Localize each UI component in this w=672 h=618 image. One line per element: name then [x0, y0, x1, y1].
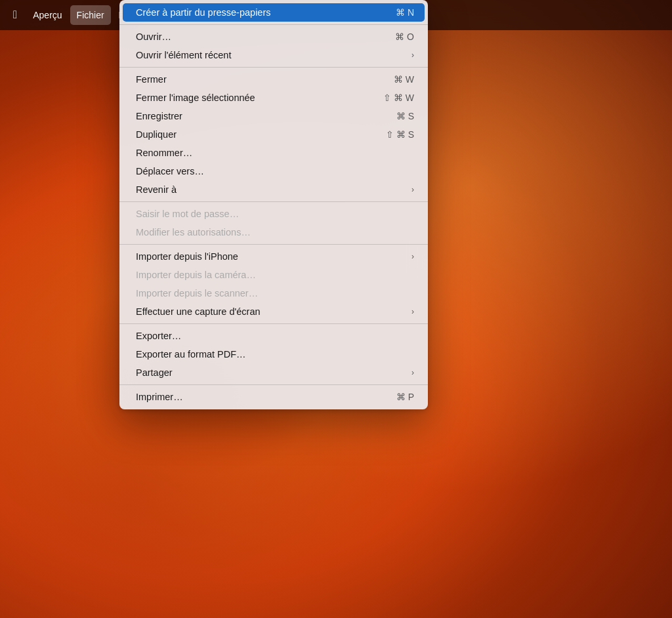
menu-print-shortcut: ⌘ P [396, 392, 414, 402]
menu-open-label: Ouvrir… [136, 31, 395, 42]
menu-revert-label: Revenir à [136, 184, 411, 195]
menu-close-selected-label: Fermer l'image sélectionnée [136, 93, 383, 103]
menu-rename[interactable]: Renommer… [123, 144, 425, 162]
menu-screenshot-label: Effectuer une capture d'écran [136, 306, 411, 317]
menu-import-scanner: Importer depuis le scanner… [123, 284, 425, 302]
chevron-right-icon: › [411, 51, 414, 60]
menu-move-to[interactable]: Déplacer vers… [123, 162, 425, 180]
menu-import-camera: Importer depuis la caméra… [123, 266, 425, 284]
menu-create-clipboard-shortcut: ⌘ N [396, 7, 414, 18]
menu-import-iphone-label: Importer depuis l'iPhone [136, 251, 411, 262]
menu-print-label: Imprimer… [136, 392, 396, 402]
menu-open-recent[interactable]: Ouvrir l'élément récent › [123, 46, 425, 64]
menu-revert[interactable]: Revenir à › [123, 180, 425, 199]
menu-export-pdf[interactable]: Exporter au format PDF… [123, 345, 425, 363]
chevron-right-icon-4: › [411, 307, 414, 316]
menu-screenshot[interactable]: Effectuer une capture d'écran › [123, 302, 425, 321]
menu-duplicate-shortcut: ⇧ ⌘ S [386, 129, 414, 140]
menu-duplicate[interactable]: Dupliquer ⇧ ⌘ S [123, 125, 425, 144]
separator-4 [119, 244, 428, 245]
menu-export-pdf-label: Exporter au format PDF… [136, 349, 414, 360]
menu-share[interactable]: Partager › [123, 363, 425, 382]
menu-enter-password-label: Saisir le mot de passe… [136, 209, 414, 219]
apple-menu[interactable]:  [5, 5, 25, 25]
separator-1 [119, 24, 428, 25]
menu-open-recent-label: Ouvrir l'élément récent [136, 50, 411, 60]
menu-import-camera-label: Importer depuis la caméra… [136, 270, 414, 280]
menu-close-selected-shortcut: ⇧ ⌘ W [383, 93, 414, 103]
menu-close-label: Fermer [136, 74, 394, 85]
menu-share-label: Partager [136, 367, 411, 378]
menu-open[interactable]: Ouvrir… ⌘ O [123, 28, 425, 46]
menu-print[interactable]: Imprimer… ⌘ P [123, 388, 425, 406]
separator-3 [119, 201, 428, 202]
menu-import-scanner-label: Importer depuis le scanner… [136, 288, 414, 299]
menu-open-shortcut: ⌘ O [395, 31, 414, 42]
menu-duplicate-label: Dupliquer [136, 129, 386, 140]
menu-close-selected[interactable]: Fermer l'image sélectionnée ⇧ ⌘ W [123, 89, 425, 107]
menu-close[interactable]: Fermer ⌘ W [123, 70, 425, 89]
menu-enter-password: Saisir le mot de passe… [123, 205, 425, 223]
menu-export-label: Exporter… [136, 331, 414, 341]
chevron-right-icon-5: › [411, 368, 414, 377]
separator-5 [119, 323, 428, 324]
menu-save-label: Enregistrer [136, 111, 396, 121]
menu-create-clipboard[interactable]: Créer à partir du presse-papiers ⌘ N [123, 3, 425, 22]
fichier-menu: Créer à partir du presse-papiers ⌘ N Ouv… [119, 0, 428, 409]
menu-close-shortcut: ⌘ W [394, 74, 414, 85]
menu-save-shortcut: ⌘ S [396, 111, 414, 121]
menu-import-iphone[interactable]: Importer depuis l'iPhone › [123, 247, 425, 266]
menu-rename-label: Renommer… [136, 148, 414, 158]
chevron-right-icon-3: › [411, 252, 414, 261]
menubar-apercu[interactable]: Aperçu [26, 5, 68, 25]
menu-modify-perms: Modifier les autorisations… [123, 223, 425, 241]
separator-6 [119, 384, 428, 385]
menu-move-to-label: Déplacer vers… [136, 166, 414, 176]
chevron-right-icon-2: › [411, 185, 414, 194]
menu-modify-perms-label: Modifier les autorisations… [136, 227, 414, 237]
separator-2 [119, 67, 428, 68]
menu-export[interactable]: Exporter… [123, 327, 425, 345]
menubar-fichier[interactable]: Fichier [70, 5, 111, 25]
menu-create-clipboard-label: Créer à partir du presse-papiers [136, 7, 396, 18]
menu-save[interactable]: Enregistrer ⌘ S [123, 107, 425, 125]
